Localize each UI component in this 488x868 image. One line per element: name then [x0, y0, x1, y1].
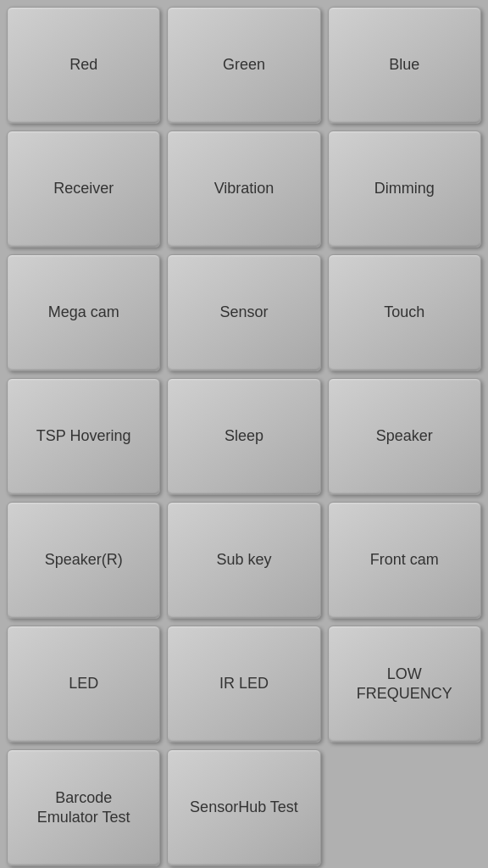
button-sensorhub-test[interactable]: SensorHub Test [167, 749, 320, 866]
button-tsp-hovering[interactable]: TSP Hovering [7, 378, 160, 495]
button-green[interactable]: Green [167, 7, 320, 124]
button-low-frequency[interactable]: LOW FREQUENCY [328, 626, 481, 743]
button-speaker-r[interactable]: Speaker(R) [7, 502, 160, 619]
button-sleep[interactable]: Sleep [167, 378, 320, 495]
button-touch[interactable]: Touch [328, 254, 481, 371]
empty-cell-row7 [328, 749, 481, 866]
main-grid: Red Green Blue Receiver Vibration Dimmin… [7, 7, 481, 866]
button-dimming[interactable]: Dimming [328, 131, 481, 248]
button-vibration[interactable]: Vibration [167, 131, 320, 248]
button-sensor[interactable]: Sensor [167, 254, 320, 371]
button-red[interactable]: Red [7, 7, 160, 124]
button-led[interactable]: LED [7, 626, 160, 743]
button-ir-led[interactable]: IR LED [167, 626, 320, 743]
button-front-cam[interactable]: Front cam [328, 502, 481, 619]
button-speaker[interactable]: Speaker [328, 378, 481, 495]
button-barcode-emulator[interactable]: Barcode Emulator Test [7, 749, 160, 866]
button-mega-cam[interactable]: Mega cam [7, 254, 160, 371]
button-blue[interactable]: Blue [328, 7, 481, 124]
button-sub-key[interactable]: Sub key [167, 502, 320, 619]
button-receiver[interactable]: Receiver [7, 131, 160, 248]
